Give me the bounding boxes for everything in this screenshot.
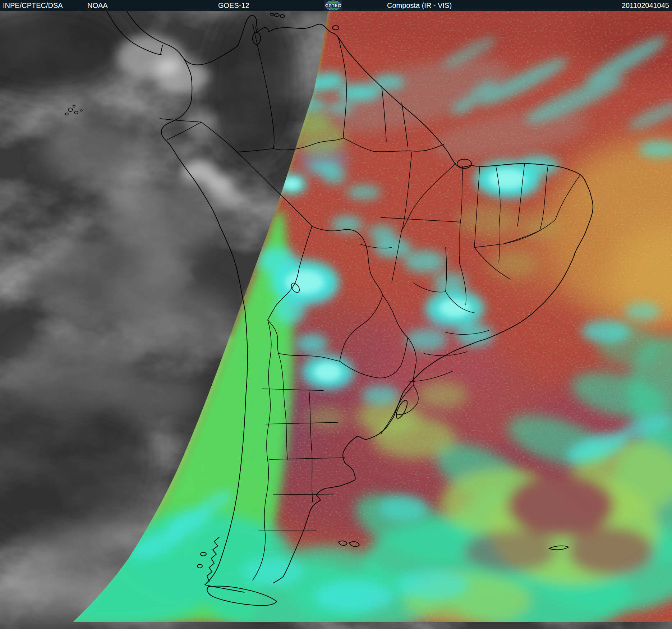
product-label: Composta (IR - VIS) xyxy=(387,0,452,11)
title-bar: INPE/CPTEC/DSA NOAA GOES-12 CPTEC Compos… xyxy=(0,0,672,11)
satellite-label: GOES-12 xyxy=(218,0,249,11)
cptec-logo: CPTEC xyxy=(325,0,342,11)
logo-globe-icon: CPTEC xyxy=(325,0,342,11)
noaa-label: NOAA xyxy=(87,0,108,11)
timestamp-label: 201102041045 xyxy=(622,0,669,11)
agency-label: INPE/CPTEC/DSA xyxy=(3,0,63,11)
satellite-product-viewer: INPE/CPTEC/DSA NOAA GOES-12 CPTEC Compos… xyxy=(0,0,672,629)
logo-text: CPTEC xyxy=(325,3,341,8)
satellite-image xyxy=(0,11,672,629)
